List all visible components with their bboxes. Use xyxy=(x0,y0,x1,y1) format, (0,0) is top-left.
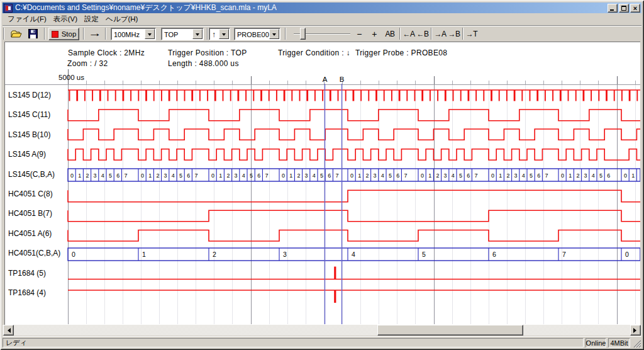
goto-cursor-a-button[interactable]: ←A xyxy=(401,27,416,40)
svg-text:4: 4 xyxy=(242,172,245,179)
svg-text:6: 6 xyxy=(328,172,331,179)
svg-text:1: 1 xyxy=(428,172,431,179)
waveform-6 xyxy=(68,210,640,221)
waveform-1 xyxy=(68,110,640,121)
svg-text:4: 4 xyxy=(381,172,384,179)
trigger-probe-value: PROBE00 xyxy=(237,31,269,38)
status-online-text: Online xyxy=(586,339,606,347)
trigger-position-combo[interactable]: TOP xyxy=(161,28,204,40)
arrow-left-icon xyxy=(5,328,11,333)
menu-settings[interactable]: 設定 xyxy=(84,14,99,24)
trigger-edge-combo[interactable]: ↑ xyxy=(209,28,230,40)
scroll-left-button[interactable] xyxy=(3,325,14,336)
stop-label: Stop xyxy=(62,30,77,38)
svg-text:5: 5 xyxy=(389,172,392,179)
toolbar-separator xyxy=(285,28,286,40)
waveform-canvas: 0123456701234567012345670123456701234567… xyxy=(4,42,640,325)
resize-grip[interactable] xyxy=(633,339,641,347)
save-button[interactable] xyxy=(25,27,40,40)
stop-button[interactable]: Stop xyxy=(48,28,79,40)
sample-rate-combo[interactable]: 100MHz xyxy=(111,28,156,40)
toolbar-separator xyxy=(399,28,401,40)
svg-text:3: 3 xyxy=(374,172,377,179)
svg-text:3: 3 xyxy=(584,172,587,179)
svg-text:6: 6 xyxy=(396,172,399,179)
svg-text:0: 0 xyxy=(625,251,629,258)
svg-text:5000 us: 5000 us xyxy=(58,74,84,81)
svg-text:6: 6 xyxy=(187,172,190,179)
svg-text:0: 0 xyxy=(211,172,214,179)
set-cursor-a-button[interactable]: →A xyxy=(433,27,448,40)
zoom-out-label: − xyxy=(357,29,362,39)
svg-text:2: 2 xyxy=(226,172,230,179)
goto-trigger-button[interactable]: →T xyxy=(464,27,479,40)
svg-text:1: 1 xyxy=(499,172,502,179)
sample-rate-dropdown-button[interactable] xyxy=(145,29,155,39)
slider-handle[interactable] xyxy=(300,28,306,40)
svg-text:5: 5 xyxy=(109,172,112,179)
trigger-probe-dropdown-button[interactable] xyxy=(269,29,279,39)
svg-text:2: 2 xyxy=(297,172,300,179)
svg-text:0: 0 xyxy=(72,251,75,258)
svg-text:2: 2 xyxy=(506,172,509,179)
svg-text:1: 1 xyxy=(569,172,572,179)
svg-text:0: 0 xyxy=(561,172,564,179)
trigger-position-dropdown-button[interactable] xyxy=(192,29,203,39)
minimize-button[interactable] xyxy=(608,4,618,13)
svg-text:6: 6 xyxy=(116,172,119,179)
svg-text:4: 4 xyxy=(101,172,104,179)
set-cursor-b-button[interactable]: →B xyxy=(447,27,462,40)
title-bar[interactable]: C:¥Documents and Settings¥noname¥デスクトップ¥… xyxy=(3,3,641,13)
zoom-out-button[interactable]: − xyxy=(352,27,366,40)
horizontal-scrollbar[interactable] xyxy=(3,325,641,336)
status-memory: 4MBit xyxy=(608,338,630,347)
menu-help[interactable]: ヘルプ(H) xyxy=(106,14,138,24)
toolbar: Stop → 100MHz TOP ↑ PROBE00 − + AB ←A ←B… xyxy=(3,25,641,42)
menu-view[interactable]: 表示(V) xyxy=(53,14,77,24)
zoom-in-label: + xyxy=(372,29,377,39)
svg-text:1: 1 xyxy=(289,172,292,179)
zoom-in-button[interactable]: + xyxy=(367,27,381,40)
scroll-right-button[interactable] xyxy=(630,325,641,336)
goto-cursor-b-button[interactable]: ←B xyxy=(415,27,430,40)
chevron-down-icon xyxy=(148,33,152,38)
svg-text:3: 3 xyxy=(305,172,308,179)
svg-text:0: 0 xyxy=(421,172,424,179)
open-button[interactable] xyxy=(9,27,24,40)
svg-text:4: 4 xyxy=(352,251,355,258)
zoom-ab-button[interactable]: AB xyxy=(382,27,398,40)
run-button[interactable]: → xyxy=(87,26,103,40)
maximize-button[interactable] xyxy=(619,4,629,13)
svg-text:3: 3 xyxy=(164,172,167,179)
scrollbar-thumb[interactable] xyxy=(377,325,523,336)
svg-text:5: 5 xyxy=(459,172,462,179)
menu-file[interactable]: ファイル(F) xyxy=(8,14,47,24)
svg-text:2: 2 xyxy=(576,172,579,179)
trigger-edge-dropdown-button[interactable] xyxy=(219,29,229,39)
svg-text:4: 4 xyxy=(522,172,525,179)
set-b-label: →B xyxy=(448,30,460,38)
svg-text:6: 6 xyxy=(467,172,470,179)
svg-text:B: B xyxy=(340,76,345,83)
trigger-probe-combo[interactable]: PROBE00 xyxy=(234,28,280,40)
status-bar: レディ Online 4MBit xyxy=(3,336,641,347)
svg-text:2: 2 xyxy=(365,172,369,179)
svg-text:5: 5 xyxy=(422,251,426,258)
svg-text:1: 1 xyxy=(148,172,152,179)
status-online: Online xyxy=(586,338,606,347)
waveform-2 xyxy=(68,129,640,140)
trigger-position-value: TOP xyxy=(164,31,178,38)
app-icon xyxy=(4,4,13,13)
waveform-3 xyxy=(68,149,640,161)
zoom-slider[interactable] xyxy=(291,27,353,41)
status-memory-text: 4MBit xyxy=(610,339,628,347)
close-button[interactable]: × xyxy=(630,4,640,13)
run-arrow-icon: → xyxy=(89,28,102,39)
toolbar-grip xyxy=(3,28,4,40)
set-a-label: →A xyxy=(434,30,446,38)
chevron-down-icon xyxy=(196,33,199,38)
svg-text:6: 6 xyxy=(537,172,540,179)
waveform-5 xyxy=(68,190,640,201)
goto-a-label: ←A xyxy=(402,30,414,38)
svg-text:3: 3 xyxy=(444,172,447,179)
